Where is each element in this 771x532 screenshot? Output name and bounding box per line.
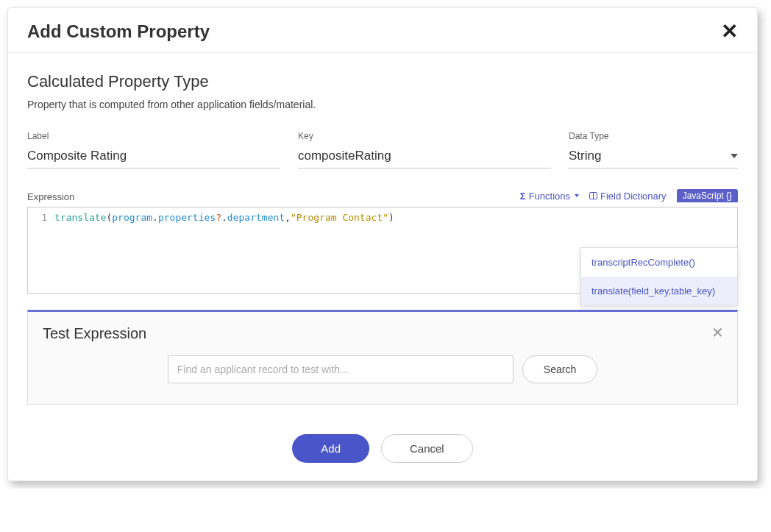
functions-dropdown: transcriptRecComplete() translate(field_… bbox=[580, 247, 738, 306]
datatype-field: Data Type String bbox=[569, 131, 738, 169]
field-row: Label Key Data Type String bbox=[27, 131, 738, 169]
label-field: Label bbox=[27, 131, 280, 169]
datatype-select[interactable]: String bbox=[569, 146, 738, 169]
dropdown-item-translate[interactable]: translate(field_key,table_key) bbox=[581, 277, 737, 305]
key-input[interactable] bbox=[298, 146, 551, 169]
datatype-caption: Data Type bbox=[569, 131, 738, 141]
test-expression-panel: ✕ Test Expression Search bbox=[27, 310, 738, 405]
applicant-search-input[interactable] bbox=[168, 355, 514, 383]
close-icon[interactable]: ✕ bbox=[711, 324, 724, 341]
sigma-icon: Σ bbox=[520, 191, 526, 202]
datatype-value: String bbox=[569, 149, 601, 163]
functions-label: Functions bbox=[529, 191, 570, 202]
modal-header: Add Custom Property ✕ bbox=[8, 8, 757, 53]
test-expression-title: Test Expression bbox=[43, 325, 722, 342]
add-button[interactable]: Add bbox=[292, 434, 369, 463]
javascript-badge[interactable]: JavaScript {} bbox=[677, 189, 738, 202]
test-row: Search bbox=[43, 355, 722, 383]
modal-title: Add Custom Property bbox=[27, 21, 210, 42]
label-input[interactable] bbox=[27, 146, 280, 169]
search-button[interactable]: Search bbox=[522, 355, 597, 383]
line-number: 1 bbox=[34, 212, 47, 223]
chevron-down-icon bbox=[575, 194, 579, 197]
expression-caption: Expression bbox=[27, 191, 74, 202]
section-title: Calculated Property Type bbox=[27, 72, 738, 91]
book-icon bbox=[589, 192, 597, 199]
cancel-button[interactable]: Cancel bbox=[381, 434, 473, 463]
field-dictionary-link[interactable]: Field Dictionary bbox=[589, 191, 667, 202]
code-content: translate(program.properties?.department… bbox=[54, 212, 394, 223]
modal-footer: Add Cancel bbox=[8, 419, 757, 480]
key-field: Key bbox=[298, 131, 551, 169]
functions-dropdown-trigger[interactable]: Σ Functions bbox=[520, 191, 579, 202]
modal-body: Calculated Property Type Property that i… bbox=[8, 53, 757, 419]
code-line: 1 translate(program.properties?.departme… bbox=[34, 212, 731, 223]
field-dictionary-label: Field Dictionary bbox=[600, 191, 667, 202]
expression-tools: Σ Functions Field Dictionary JavaScript … bbox=[520, 189, 738, 202]
label-caption: Label bbox=[27, 131, 280, 141]
close-icon[interactable]: ✕ bbox=[721, 21, 738, 42]
add-custom-property-modal: Add Custom Property ✕ Calculated Propert… bbox=[7, 7, 758, 481]
expression-header: Expression Σ Functions Field Dictionary … bbox=[27, 189, 738, 202]
section-description: Property that is computed from other app… bbox=[27, 99, 738, 110]
chevron-down-icon bbox=[731, 154, 738, 158]
key-caption: Key bbox=[298, 131, 551, 141]
dropdown-item-transcript[interactable]: transcriptRecComplete() bbox=[581, 248, 737, 277]
